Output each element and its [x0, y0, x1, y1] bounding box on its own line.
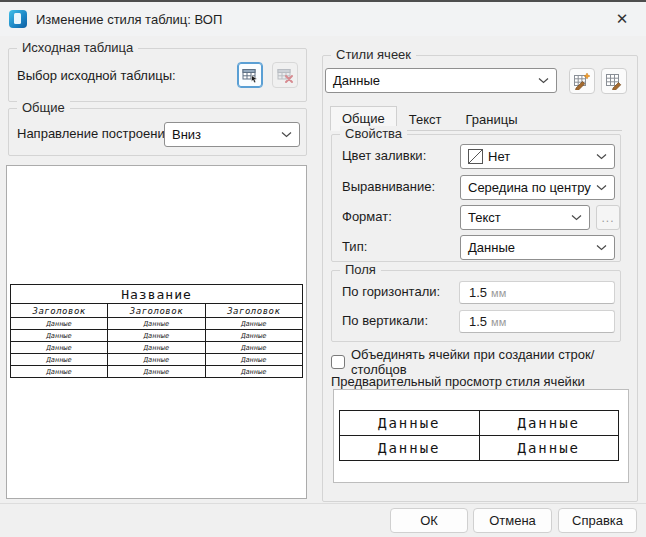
- cell-preview-row: ДанныеДанные: [340, 411, 619, 436]
- chevron-down-icon: [596, 184, 607, 191]
- fill-color-label: Цвет заливки:: [342, 148, 426, 163]
- merge-cells-checkbox-row[interactable]: Объединять ячейки при создании строк/сто…: [331, 347, 637, 377]
- preview-title-row: Название: [11, 285, 303, 304]
- cancel-button[interactable]: Отмена: [473, 508, 552, 533]
- cell-preview-row: ДанныеДанные: [340, 436, 619, 461]
- format-value: Текст: [468, 210, 501, 225]
- select-source-table-label: Выбор исходной таблицы:: [17, 68, 176, 83]
- close-button[interactable]: ✕: [608, 6, 636, 32]
- cell-preview-title: Предварительный просмотр стиля ячейки: [331, 374, 585, 389]
- preview-data-row: ДанныеДанныеДанные: [11, 318, 303, 330]
- margins-group-title: Поля: [340, 262, 381, 277]
- alignment-label: Выравнивание:: [342, 179, 435, 194]
- chevron-down-icon: [596, 153, 607, 160]
- horizontal-margin-unit: мм: [491, 287, 506, 299]
- ok-button[interactable]: ОК: [390, 508, 468, 533]
- manage-cell-styles-button[interactable]: [601, 68, 627, 94]
- horizontal-margin-label: По горизонтали:: [342, 284, 440, 299]
- general-group: Общие Направление построения: Вниз: [8, 108, 307, 156]
- remove-source-table-button[interactable]: [272, 62, 298, 88]
- properties-group-title: Свойства: [340, 126, 407, 141]
- fill-color-combobox[interactable]: Нет: [460, 144, 615, 169]
- chevron-down-icon: [281, 131, 292, 138]
- cell-style-preview-panel: ДанныеДанныеДанныеДанные: [333, 389, 629, 483]
- preview-data-row: ДанныеДанныеДанные: [11, 330, 303, 342]
- vertical-margin-unit: мм: [491, 316, 506, 328]
- footer-divider: [0, 503, 646, 504]
- cell-styles-group: Стили ячеек Данные Общие Текст: [322, 55, 638, 502]
- preview-data-row: ДанныеДанныеДанные: [11, 354, 303, 366]
- no-fill-swatch-icon: [468, 149, 483, 164]
- new-cell-style-icon: [573, 72, 591, 90]
- title-bar: Изменение стиля таблиц: ВОП ✕: [0, 2, 646, 36]
- table-style-preview-panel: НазваниеЗаголовокЗаголовокЗаголовокДанны…: [6, 165, 307, 499]
- general-group-title: Общие: [17, 100, 70, 115]
- horizontal-margin-input[interactable]: 1.5 мм: [459, 281, 615, 304]
- cell-style-preview: ДанныеДанныеДанныеДанные: [339, 410, 619, 461]
- fill-color-value: Нет: [488, 149, 510, 164]
- chevron-down-icon: [571, 214, 582, 221]
- window-title: Изменение стиля таблиц: ВОП: [36, 12, 222, 27]
- chevron-down-icon: [596, 244, 607, 251]
- chevron-down-icon: [538, 77, 549, 84]
- type-value: Данные: [468, 240, 515, 255]
- cell-style-combobox[interactable]: Данные: [325, 68, 557, 93]
- help-button[interactable]: Справка: [558, 508, 637, 533]
- vertical-margin-value: 1.5: [469, 314, 487, 329]
- cell-styles-group-title: Стили ячеек: [331, 47, 416, 62]
- tab-borders[interactable]: Границы: [453, 108, 529, 131]
- direction-combobox[interactable]: Вниз: [164, 122, 300, 147]
- create-cell-style-button[interactable]: [569, 68, 595, 94]
- properties-group: Свойства Цвет заливки: Нет Выравнивание:…: [331, 134, 621, 262]
- source-table-group: Исходная таблица Выбор исходной таблицы:: [8, 48, 307, 102]
- horizontal-margin-value: 1.5: [469, 285, 487, 300]
- format-label: Формат:: [342, 209, 392, 224]
- direction-value: Вниз: [172, 127, 201, 142]
- alignment-value: Середина по центру: [468, 180, 591, 195]
- preview-header-row: ЗаголовокЗаголовокЗаголовок: [11, 304, 303, 318]
- type-label: Тип:: [342, 239, 367, 254]
- source-table-group-title: Исходная таблица: [17, 40, 138, 55]
- merge-cells-checkbox-label: Объединять ячейки при создании строк/сто…: [351, 347, 637, 377]
- alignment-combobox[interactable]: Середина по центру: [460, 175, 615, 200]
- table-select-icon: [242, 67, 259, 84]
- table-delete-icon: [277, 67, 294, 84]
- cell-style-value: Данные: [333, 73, 380, 88]
- merge-cells-checkbox[interactable]: [331, 355, 345, 369]
- format-more-button[interactable]: ...: [596, 205, 620, 230]
- preview-data-row: ДанныеДанныеДанные: [11, 342, 303, 354]
- manage-cell-styles-icon: [605, 72, 623, 90]
- direction-label: Направление построения:: [17, 126, 175, 141]
- vertical-margin-label: По вертикали:: [342, 313, 428, 328]
- select-source-table-button[interactable]: [237, 62, 263, 88]
- margins-group: Поля По горизонтали: 1.5 мм По вертикали…: [331, 270, 621, 342]
- format-combobox[interactable]: Текст: [460, 205, 590, 230]
- app-icon: [9, 10, 27, 28]
- vertical-margin-input[interactable]: 1.5 мм: [459, 310, 615, 333]
- type-combobox[interactable]: Данные: [460, 235, 615, 260]
- table-style-preview: НазваниеЗаголовокЗаголовокЗаголовокДанны…: [10, 284, 303, 378]
- preview-data-row: ДанныеДанныеДанные: [11, 366, 303, 378]
